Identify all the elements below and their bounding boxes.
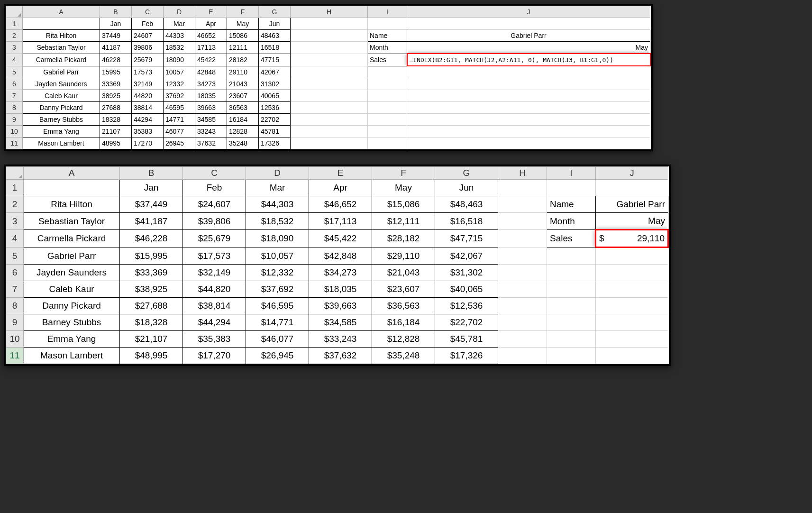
row-header[interactable]: 7 bbox=[6, 90, 23, 102]
cell[interactable]: Jan bbox=[100, 18, 132, 30]
cell[interactable] bbox=[547, 265, 596, 281]
cell[interactable]: 39806 bbox=[132, 42, 164, 54]
row-header[interactable]: 4 bbox=[6, 54, 23, 66]
cell[interactable]: $31,302 bbox=[435, 265, 498, 281]
cell[interactable]: 41187 bbox=[100, 42, 132, 54]
cell[interactable]: $15,086 bbox=[372, 196, 435, 213]
cell[interactable] bbox=[291, 66, 368, 78]
cell[interactable]: 12332 bbox=[164, 78, 195, 90]
cell[interactable]: $18,532 bbox=[246, 213, 309, 230]
cell[interactable]: $42,848 bbox=[309, 247, 372, 265]
cell[interactable]: May bbox=[227, 18, 259, 30]
row-header[interactable]: 11 bbox=[6, 348, 24, 364]
cell[interactable]: Carmella Pickard bbox=[24, 230, 120, 247]
cell[interactable] bbox=[291, 42, 368, 54]
cell[interactable]: $12,536 bbox=[435, 298, 498, 314]
cell[interactable]: 15086 bbox=[227, 30, 259, 42]
cell[interactable]: $33,369 bbox=[120, 265, 183, 281]
col-header[interactable]: G bbox=[435, 167, 498, 180]
cell[interactable]: Feb bbox=[132, 18, 164, 30]
cell[interactable]: Caleb Kaur bbox=[23, 90, 100, 102]
cell[interactable]: 48995 bbox=[100, 137, 132, 149]
lookup-name-label[interactable]: Name bbox=[368, 30, 407, 42]
cell[interactable]: 35248 bbox=[227, 137, 259, 149]
cell[interactable]: $35,248 bbox=[372, 348, 435, 364]
row-header[interactable]: 5 bbox=[6, 66, 23, 78]
cell[interactable] bbox=[498, 230, 547, 247]
cell[interactable] bbox=[407, 137, 650, 149]
cell[interactable] bbox=[596, 265, 668, 281]
cell[interactable]: $33,243 bbox=[309, 331, 372, 348]
cell[interactable]: $16,518 bbox=[435, 213, 498, 230]
cell[interactable]: $17,113 bbox=[309, 213, 372, 230]
cell[interactable]: Jun bbox=[259, 18, 291, 30]
cell[interactable]: $21,043 bbox=[372, 265, 435, 281]
lookup-month-value[interactable]: May bbox=[407, 42, 650, 54]
cell[interactable]: $24,607 bbox=[183, 196, 246, 213]
cell[interactable] bbox=[596, 180, 668, 196]
row-header[interactable]: 8 bbox=[6, 298, 24, 314]
cell[interactable]: 33369 bbox=[100, 78, 132, 90]
cell[interactable]: 48463 bbox=[259, 30, 291, 42]
cell[interactable] bbox=[23, 18, 100, 30]
cell[interactable] bbox=[547, 348, 596, 364]
cell[interactable]: $38,925 bbox=[120, 281, 183, 298]
cell[interactable]: $46,652 bbox=[309, 196, 372, 213]
cell[interactable]: 17573 bbox=[132, 66, 164, 78]
cell[interactable]: $34,585 bbox=[309, 314, 372, 331]
cell[interactable]: $37,449 bbox=[120, 196, 183, 213]
col-header[interactable]: E bbox=[309, 167, 372, 180]
cell[interactable]: $48,995 bbox=[120, 348, 183, 364]
cell[interactable]: Apr bbox=[309, 180, 372, 196]
cell[interactable]: Jayden Saunders bbox=[24, 265, 120, 281]
cell[interactable]: 12536 bbox=[259, 102, 291, 114]
cell[interactable] bbox=[368, 102, 407, 114]
cell[interactable]: 31302 bbox=[259, 78, 291, 90]
cell[interactable] bbox=[24, 180, 120, 196]
cell[interactable] bbox=[368, 137, 407, 149]
col-header[interactable]: F bbox=[227, 6, 259, 18]
cell[interactable]: $17,573 bbox=[183, 247, 246, 265]
cell[interactable]: $47,715 bbox=[435, 230, 498, 247]
cell[interactable]: 44303 bbox=[164, 30, 195, 42]
lookup-month-label[interactable]: Month bbox=[547, 213, 596, 230]
cell[interactable] bbox=[407, 66, 650, 78]
cell[interactable]: 45781 bbox=[259, 126, 291, 137]
cell[interactable]: $17,326 bbox=[435, 348, 498, 364]
col-header[interactable]: A bbox=[23, 6, 100, 18]
cell[interactable]: 46228 bbox=[100, 54, 132, 66]
cell[interactable]: 10057 bbox=[164, 66, 195, 78]
cell[interactable]: $44,820 bbox=[183, 281, 246, 298]
cell[interactable]: $48,463 bbox=[435, 196, 498, 213]
cell[interactable]: $39,806 bbox=[183, 213, 246, 230]
row-header[interactable]: 10 bbox=[6, 126, 23, 137]
lookup-name-label[interactable]: Name bbox=[547, 196, 596, 213]
cell[interactable]: 16184 bbox=[227, 114, 259, 126]
cell[interactable]: 22702 bbox=[259, 114, 291, 126]
cell[interactable]: $27,688 bbox=[120, 298, 183, 314]
cell[interactable] bbox=[368, 66, 407, 78]
cell[interactable]: $45,422 bbox=[309, 230, 372, 247]
cell[interactable]: Emma Yang bbox=[24, 331, 120, 348]
cell[interactable]: $10,057 bbox=[246, 247, 309, 265]
cell[interactable]: Jun bbox=[435, 180, 498, 196]
cell[interactable]: Rita Hilton bbox=[23, 30, 100, 42]
cell[interactable]: Apr bbox=[195, 18, 227, 30]
cell[interactable]: $32,149 bbox=[183, 265, 246, 281]
cell[interactable] bbox=[291, 78, 368, 90]
cell[interactable] bbox=[407, 18, 650, 30]
cell[interactable]: 17270 bbox=[132, 137, 164, 149]
cell[interactable]: 34273 bbox=[195, 78, 227, 90]
cell[interactable]: 18035 bbox=[195, 90, 227, 102]
cell[interactable] bbox=[596, 247, 668, 265]
spreadsheet-1[interactable]: A B C D E F G H I J 1 Jan Feb Mar Apr Ma… bbox=[6, 6, 651, 149]
cell[interactable]: Gabriel Parr bbox=[24, 247, 120, 265]
cell[interactable] bbox=[498, 281, 547, 298]
cell[interactable] bbox=[498, 247, 547, 265]
cell[interactable]: Mason Lambert bbox=[23, 137, 100, 149]
cell[interactable]: Jayden Saunders bbox=[23, 78, 100, 90]
select-all-corner[interactable] bbox=[6, 167, 24, 180]
cell[interactable]: 46652 bbox=[195, 30, 227, 42]
col-header[interactable]: G bbox=[259, 6, 291, 18]
cell[interactable]: $36,563 bbox=[372, 298, 435, 314]
